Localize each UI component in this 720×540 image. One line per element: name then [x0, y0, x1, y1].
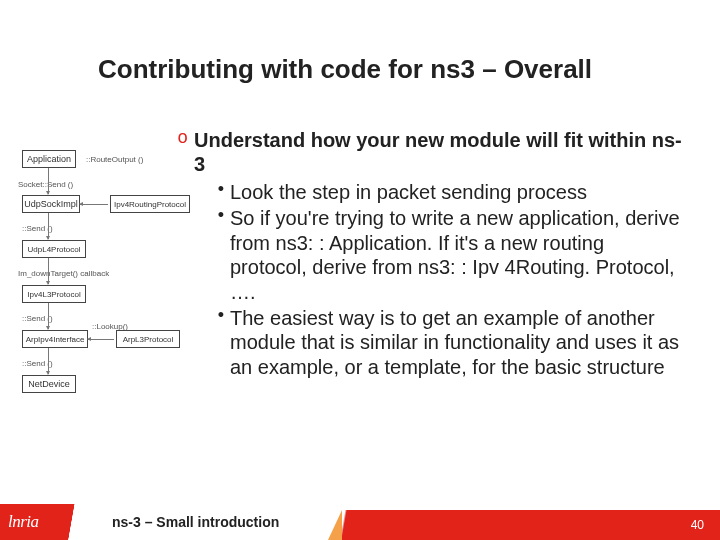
footer-accent — [328, 510, 342, 540]
label-socket-send: Socket::Send () — [18, 180, 73, 189]
bullet-dot: • — [212, 180, 230, 204]
list-item: • The easiest way is to get an example o… — [212, 306, 686, 379]
arrow-icon — [48, 348, 49, 374]
arrow-icon — [48, 303, 49, 329]
box-udpl4: UdpL4Protocol — [22, 240, 86, 258]
sub-list: • Look the step in packet sending proces… — [212, 180, 686, 379]
arrow-icon — [88, 339, 114, 340]
box-netdevice: NetDevice — [22, 375, 76, 393]
box-ipv4l3: Ipv4L3Protocol — [22, 285, 86, 303]
list-item: • Look the step in packet sending proces… — [212, 180, 686, 204]
slide: Contributing with code for ns3 – Overall… — [0, 0, 720, 540]
box-arpl3: ArpL3Protocol — [116, 330, 180, 348]
slide-title: Contributing with code for ns3 – Overall — [98, 54, 592, 85]
logo-text: lnria — [8, 512, 39, 532]
box-application: Application — [22, 150, 76, 168]
logo: lnria — [0, 504, 94, 540]
list-item: • So if you're trying to write a new app… — [212, 206, 686, 304]
label-routeoutput: ::RouteOutput () — [86, 155, 143, 164]
footer-text: ns-3 – Small introduction — [112, 514, 279, 530]
bullet-circle: o — [176, 128, 194, 176]
label-callback: Im_downTarget() callback — [18, 269, 109, 278]
main-text: Understand how your new module will fit … — [194, 128, 686, 176]
arrow-icon — [48, 168, 49, 194]
bullet-dot: • — [212, 306, 230, 379]
bullet-dot: • — [212, 206, 230, 304]
page-number: 40 — [691, 518, 704, 532]
arrow-icon — [48, 258, 49, 284]
architecture-diagram: Application ::RouteOutput () Socket::Sen… — [18, 150, 190, 440]
arrow-icon — [48, 213, 49, 239]
list-item: o Understand how your new module will fi… — [176, 128, 686, 176]
sub-text: So if you're trying to write a new appli… — [230, 206, 686, 304]
footer-stripe — [325, 510, 720, 540]
box-arpipv4: ArpIpv4Interface — [22, 330, 88, 348]
sub-text: The easiest way is to get an example of … — [230, 306, 686, 379]
arrow-icon — [80, 204, 108, 205]
sub-text: Look the step in packet sending process — [230, 180, 587, 204]
box-udpsockimpl: UdpSockImpl — [22, 195, 80, 213]
content-area: o Understand how your new module will fi… — [176, 128, 686, 381]
footer: lnria ns-3 – Small introduction 40 — [0, 500, 720, 540]
